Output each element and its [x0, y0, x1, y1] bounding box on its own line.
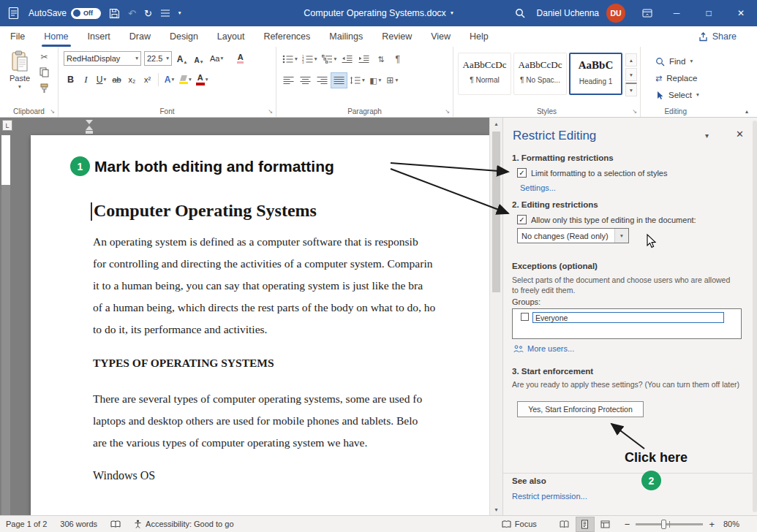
zoom-slider[interactable] [636, 523, 703, 525]
underline-button[interactable]: U▾ [94, 72, 108, 87]
copy-button[interactable] [39, 67, 49, 77]
tab-view[interactable]: View [431, 26, 451, 47]
page-indicator[interactable]: Page 1 of 2 [6, 520, 47, 528]
zoom-in-button[interactable]: + [709, 519, 715, 530]
tab-references[interactable]: References [263, 26, 310, 47]
groups-listbox[interactable]: Everyone [512, 308, 742, 339]
print-layout-button[interactable] [576, 517, 594, 531]
allow-editing-checkbox[interactable]: ✓ [517, 215, 527, 224]
tab-stop-selector[interactable]: L [2, 120, 12, 131]
customize-quick-access-icon[interactable] [160, 9, 170, 18]
font-dialog-launcher[interactable]: ↘ [268, 109, 273, 115]
align-left-button[interactable] [281, 73, 296, 88]
paste-button[interactable]: Paste ▾ [4, 50, 36, 90]
panel-options-chevron-icon[interactable]: ▾ [705, 132, 709, 140]
settings-link[interactable]: Settings... [520, 183, 556, 192]
minimize-button[interactable]: ─ [660, 0, 693, 26]
style-heading1[interactable]: AaBbC Heading 1 [569, 53, 622, 95]
left-indent-marker[interactable] [86, 131, 93, 134]
tab-mailings[interactable]: Mailings [329, 26, 363, 47]
scroll-down-button[interactable]: ▾ [490, 503, 502, 515]
search-button[interactable] [506, 0, 535, 26]
align-center-button[interactable] [298, 73, 313, 88]
styles-scroll-down-button[interactable]: ▾ [625, 68, 637, 81]
share-button[interactable]: Share [698, 31, 737, 42]
tab-design[interactable]: Design [170, 26, 198, 47]
font-name-select[interactable]: RedHatDisplay▾ [64, 51, 141, 66]
text-effects-button[interactable]: A▾ [162, 72, 176, 87]
format-painter-button[interactable] [39, 83, 49, 94]
tab-review[interactable]: Review [382, 26, 412, 47]
tab-home[interactable]: Home [44, 26, 68, 47]
sort-button[interactable]: ⇅ [373, 52, 388, 66]
everyone-checkbox[interactable] [521, 313, 529, 321]
undo-icon[interactable]: ↶ [128, 9, 136, 18]
show-formatting-marks-button[interactable]: ¶ [390, 52, 405, 66]
document-paragraph-3[interactable]: Windows OS [93, 469, 155, 482]
find-button[interactable]: Find ▾ [655, 54, 757, 69]
font-color-button[interactable]: A▾ [195, 72, 210, 87]
maximize-button[interactable]: □ [693, 0, 725, 26]
numbering-button[interactable]: 123▾ [301, 52, 319, 66]
dropdown-button[interactable]: ▾ [614, 229, 628, 243]
zoom-percent[interactable]: 80% [723, 520, 739, 528]
tab-file[interactable]: File [10, 26, 25, 47]
focus-mode-button[interactable]: Focus [502, 520, 537, 528]
italic-button[interactable]: I [79, 72, 93, 87]
document-scrollbar[interactable]: ▴ ▾ [489, 118, 502, 515]
strikethrough-button[interactable]: ab [110, 72, 124, 87]
quick-access-chevron-icon[interactable]: ▾ [178, 10, 181, 16]
zoom-slider-thumb[interactable] [661, 520, 666, 529]
justify-button[interactable] [331, 73, 347, 88]
superscript-button[interactable]: x² [140, 72, 154, 87]
redo-icon[interactable]: ↻ [144, 9, 152, 18]
grow-font-button[interactable]: A▴ [175, 51, 189, 66]
autosave-toggle[interactable]: AutoSave Off [29, 8, 101, 19]
close-button[interactable]: ✕ [725, 0, 757, 26]
ribbon-display-options-button[interactable] [634, 0, 660, 26]
styles-more-button[interactable]: ▾ [625, 83, 637, 96]
tab-help[interactable]: Help [470, 26, 489, 47]
change-case-button[interactable]: Aa▾ [208, 51, 225, 66]
bullets-button[interactable]: ▾ [281, 52, 299, 66]
tab-layout[interactable]: Layout [217, 26, 245, 47]
everyone-item[interactable]: Everyone [532, 312, 724, 323]
align-right-button[interactable] [315, 73, 330, 88]
avatar[interactable]: DU [606, 4, 625, 23]
styles-dialog-launcher[interactable]: ↘ [632, 109, 637, 115]
multilevel-list-button[interactable]: ▾ [320, 52, 339, 66]
clear-formatting-button[interactable]: A [233, 51, 247, 66]
decrease-indent-button[interactable] [339, 52, 355, 66]
web-layout-button[interactable] [597, 517, 614, 531]
limit-formatting-checkbox[interactable]: ✓ [517, 168, 527, 178]
start-enforcing-protection-button[interactable]: Yes, Start Enforcing Protection [517, 401, 644, 417]
style-normal[interactable]: AaBbCcDc ¶ Normal [458, 53, 511, 95]
first-line-indent-marker[interactable] [86, 120, 93, 124]
zoom-out-button[interactable]: − [625, 519, 630, 530]
word-count[interactable]: 306 words [60, 520, 97, 528]
cut-button[interactable]: ✂ [40, 53, 48, 61]
document-heading[interactable]: Computer Operating Systems [94, 201, 317, 221]
styles-scroll-up-button[interactable]: ▴ [625, 53, 637, 66]
replace-button[interactable]: ⇄ Replace [655, 71, 757, 86]
document-paragraph-2[interactable]: There are several types of computer oper… [93, 388, 489, 454]
highlight-color-button[interactable]: ▾ [178, 72, 193, 87]
editing-type-dropdown[interactable]: No changes (Read only) ▾ [517, 228, 629, 243]
shading-button[interactable]: ◧▾ [368, 73, 383, 88]
panel-scrollbar[interactable] [753, 121, 757, 512]
document-subheading[interactable]: TYPES OF OPERATING SYSTEMS [93, 357, 274, 370]
collapse-ribbon-button[interactable]: ▴ [745, 108, 748, 115]
paragraph-dialog-launcher[interactable]: ↘ [445, 109, 450, 115]
accessibility-status-button[interactable]: Accessibility: Good to go [134, 520, 233, 528]
document-page[interactable]: 1 Mark both editing and formatting Compu… [31, 135, 489, 515]
bold-button[interactable]: B [64, 72, 78, 87]
select-button[interactable]: Select ▾ [655, 88, 757, 102]
document-paragraph-1[interactable]: An operating system is defined as a comp… [93, 231, 489, 341]
shrink-font-button[interactable]: A▾ [192, 51, 206, 66]
style-no-spacing[interactable]: AaBbCcDc ¶ No Spac... [513, 53, 567, 95]
clipboard-dialog-launcher[interactable]: ↘ [50, 109, 55, 115]
user-name[interactable]: Daniel Uchenna [537, 8, 599, 18]
font-size-select[interactable]: 22.5▾ [144, 51, 172, 66]
borders-button[interactable]: ⊞▾ [385, 73, 400, 88]
title-chevron-icon[interactable]: ▾ [451, 10, 453, 16]
